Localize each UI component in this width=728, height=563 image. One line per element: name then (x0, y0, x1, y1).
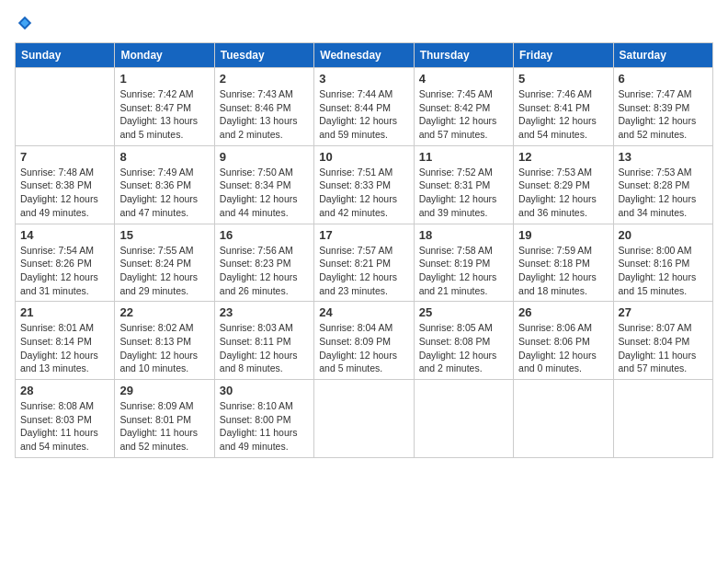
day-info: Sunrise: 8:03 AMSunset: 8:11 PMDaylight:… (220, 321, 309, 375)
calendar-cell: 3Sunrise: 7:44 AMSunset: 8:44 PMDaylight… (314, 68, 414, 146)
day-info: Sunrise: 8:07 AMSunset: 8:04 PMDaylight:… (619, 321, 708, 375)
calendar-cell: 14Sunrise: 7:54 AMSunset: 8:26 PMDayligh… (16, 224, 115, 302)
calendar-cell: 10Sunrise: 7:51 AMSunset: 8:33 PMDayligh… (314, 145, 414, 224)
day-number: 30 (220, 384, 309, 397)
calendar-cell: 16Sunrise: 7:56 AMSunset: 8:23 PMDayligh… (214, 224, 313, 302)
logo-icon (17, 15, 33, 31)
day-number: 20 (619, 228, 708, 242)
day-info: Sunrise: 7:48 AMSunset: 8:38 PMDaylight:… (20, 166, 109, 220)
weekday-header: Sunday (16, 43, 115, 68)
calendar-cell: 12Sunrise: 7:53 AMSunset: 8:29 PMDayligh… (514, 145, 613, 224)
calendar-cell: 4Sunrise: 7:45 AMSunset: 8:42 PMDaylight… (414, 68, 513, 146)
day-info: Sunrise: 7:47 AMSunset: 8:39 PMDaylight:… (619, 87, 708, 142)
weekday-header: Friday (514, 43, 613, 68)
calendar-week-row: 7Sunrise: 7:48 AMSunset: 8:38 PMDaylight… (16, 145, 713, 224)
day-number: 23 (220, 305, 309, 319)
calendar-cell: 15Sunrise: 7:55 AMSunset: 8:24 PMDayligh… (115, 224, 214, 302)
day-info: Sunrise: 7:53 AMSunset: 8:29 PMDaylight:… (518, 166, 608, 220)
calendar-cell: 21Sunrise: 8:01 AMSunset: 8:14 PMDayligh… (16, 302, 115, 380)
day-info: Sunrise: 7:57 AMSunset: 8:21 PMDaylight:… (319, 244, 408, 298)
day-number: 15 (119, 228, 209, 242)
day-number: 22 (119, 305, 209, 319)
calendar-cell: 8Sunrise: 7:49 AMSunset: 8:36 PMDaylight… (115, 145, 214, 224)
day-number: 27 (619, 305, 708, 319)
day-number: 4 (419, 72, 508, 86)
calendar-cell: 24Sunrise: 8:04 AMSunset: 8:09 PMDayligh… (314, 302, 414, 380)
day-number: 17 (319, 228, 408, 242)
day-number: 12 (518, 150, 608, 164)
day-info: Sunrise: 8:04 AMSunset: 8:09 PMDaylight:… (319, 321, 408, 375)
calendar-cell: 29Sunrise: 8:09 AMSunset: 8:01 PMDayligh… (115, 380, 214, 458)
day-info: Sunrise: 8:00 AMSunset: 8:16 PMDaylight:… (619, 244, 708, 298)
day-info: Sunrise: 7:49 AMSunset: 8:36 PMDaylight:… (119, 166, 209, 220)
day-number: 8 (119, 150, 209, 164)
calendar-cell: 20Sunrise: 8:00 AMSunset: 8:16 PMDayligh… (613, 224, 712, 302)
weekday-header: Wednesday (314, 43, 414, 68)
day-info: Sunrise: 7:42 AMSunset: 8:47 PMDaylight:… (119, 87, 209, 142)
weekday-header: Saturday (613, 43, 712, 68)
weekday-header: Monday (115, 43, 214, 68)
day-info: Sunrise: 7:45 AMSunset: 8:42 PMDaylight:… (419, 87, 508, 142)
day-number: 24 (319, 305, 408, 319)
calendar-cell: 7Sunrise: 7:48 AMSunset: 8:38 PMDaylight… (16, 145, 115, 224)
day-number: 19 (518, 228, 608, 242)
calendar-cell (613, 380, 712, 458)
weekday-header: Thursday (414, 43, 513, 68)
calendar-cell: 28Sunrise: 8:08 AMSunset: 8:03 PMDayligh… (16, 380, 115, 458)
calendar-cell: 13Sunrise: 7:53 AMSunset: 8:28 PMDayligh… (613, 145, 712, 224)
day-number: 10 (319, 150, 408, 164)
calendar-cell (16, 68, 115, 146)
day-info: Sunrise: 7:43 AMSunset: 8:46 PMDaylight:… (220, 87, 309, 142)
page-header (15, 15, 713, 31)
calendar-cell: 18Sunrise: 7:58 AMSunset: 8:19 PMDayligh… (414, 224, 513, 302)
day-info: Sunrise: 7:44 AMSunset: 8:44 PMDaylight:… (319, 87, 408, 142)
day-info: Sunrise: 8:06 AMSunset: 8:06 PMDaylight:… (518, 321, 608, 375)
calendar-cell: 27Sunrise: 8:07 AMSunset: 8:04 PMDayligh… (613, 302, 712, 380)
calendar-cell: 19Sunrise: 7:59 AMSunset: 8:18 PMDayligh… (514, 224, 613, 302)
day-info: Sunrise: 7:59 AMSunset: 8:18 PMDaylight:… (518, 244, 608, 298)
calendar-week-row: 14Sunrise: 7:54 AMSunset: 8:26 PMDayligh… (16, 224, 713, 302)
calendar-cell: 5Sunrise: 7:46 AMSunset: 8:41 PMDaylight… (514, 68, 613, 146)
calendar-cell: 25Sunrise: 8:05 AMSunset: 8:08 PMDayligh… (414, 302, 513, 380)
day-info: Sunrise: 8:08 AMSunset: 8:03 PMDaylight:… (20, 399, 109, 454)
day-info: Sunrise: 8:01 AMSunset: 8:14 PMDaylight:… (20, 321, 109, 375)
day-number: 2 (220, 72, 309, 86)
calendar-cell: 1Sunrise: 7:42 AMSunset: 8:47 PMDaylight… (115, 68, 214, 146)
day-number: 14 (20, 228, 109, 242)
day-number: 16 (220, 228, 309, 242)
calendar-cell: 26Sunrise: 8:06 AMSunset: 8:06 PMDayligh… (514, 302, 613, 380)
day-info: Sunrise: 8:02 AMSunset: 8:13 PMDaylight:… (119, 321, 209, 375)
calendar-week-row: 21Sunrise: 8:01 AMSunset: 8:14 PMDayligh… (16, 302, 713, 380)
calendar-cell: 17Sunrise: 7:57 AMSunset: 8:21 PMDayligh… (314, 224, 414, 302)
calendar-cell (314, 380, 414, 458)
day-number: 5 (518, 72, 608, 86)
day-info: Sunrise: 8:05 AMSunset: 8:08 PMDaylight:… (419, 321, 508, 375)
day-info: Sunrise: 8:09 AMSunset: 8:01 PMDaylight:… (119, 399, 209, 454)
day-number: 9 (220, 150, 309, 164)
day-number: 1 (119, 72, 209, 86)
day-number: 13 (619, 150, 708, 164)
day-number: 11 (419, 150, 508, 164)
day-number: 25 (419, 305, 508, 319)
calendar-cell (514, 380, 613, 458)
calendar-cell: 22Sunrise: 8:02 AMSunset: 8:13 PMDayligh… (115, 302, 214, 380)
day-number: 6 (619, 72, 708, 86)
day-info: Sunrise: 7:50 AMSunset: 8:34 PMDaylight:… (220, 166, 309, 220)
calendar-week-row: 1Sunrise: 7:42 AMSunset: 8:47 PMDaylight… (16, 68, 713, 146)
day-number: 3 (319, 72, 408, 86)
calendar-cell: 23Sunrise: 8:03 AMSunset: 8:11 PMDayligh… (214, 302, 313, 380)
day-info: Sunrise: 7:58 AMSunset: 8:19 PMDaylight:… (419, 244, 508, 298)
day-number: 26 (518, 305, 608, 319)
day-info: Sunrise: 7:53 AMSunset: 8:28 PMDaylight:… (619, 166, 708, 220)
logo (15, 15, 33, 31)
calendar-header-row: SundayMondayTuesdayWednesdayThursdayFrid… (16, 43, 713, 68)
weekday-header: Tuesday (214, 43, 313, 68)
day-info: Sunrise: 7:54 AMSunset: 8:26 PMDaylight:… (20, 244, 109, 298)
day-info: Sunrise: 7:46 AMSunset: 8:41 PMDaylight:… (518, 87, 608, 142)
calendar-cell: 11Sunrise: 7:52 AMSunset: 8:31 PMDayligh… (414, 145, 513, 224)
calendar-week-row: 28Sunrise: 8:08 AMSunset: 8:03 PMDayligh… (16, 380, 713, 458)
day-number: 18 (419, 228, 508, 242)
calendar-cell: 30Sunrise: 8:10 AMSunset: 8:00 PMDayligh… (214, 380, 313, 458)
day-info: Sunrise: 8:10 AMSunset: 8:00 PMDaylight:… (220, 399, 309, 454)
day-info: Sunrise: 7:52 AMSunset: 8:31 PMDaylight:… (419, 166, 508, 220)
